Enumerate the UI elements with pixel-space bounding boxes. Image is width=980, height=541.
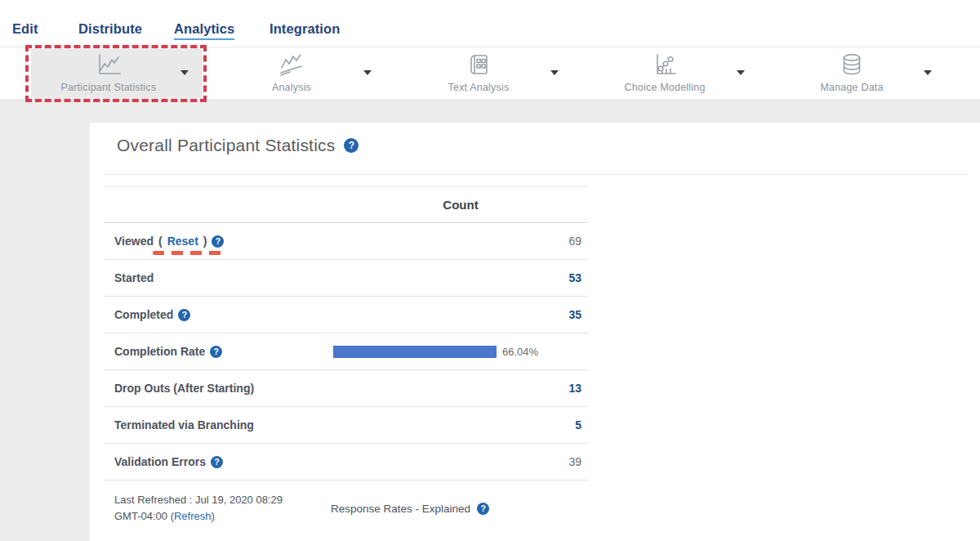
chevron-down-icon[interactable]	[737, 70, 745, 75]
response-rates-explained: Response Rates - Explained ?	[331, 492, 489, 525]
table-row-started: Started 53	[104, 260, 588, 297]
terminated-count: 5	[575, 418, 588, 431]
nav-integration[interactable]: Integration	[270, 21, 340, 37]
row-label: Started	[104, 271, 154, 284]
table-row-terminated: Terminated via Branching 5	[104, 407, 588, 444]
database-icon	[840, 52, 863, 79]
completion-rate-bar: 66.04%	[333, 346, 538, 358]
validation-errors-count: 39	[568, 455, 588, 468]
refresh-link[interactable]: Refresh	[174, 510, 212, 522]
help-icon[interactable]: ?	[477, 503, 489, 515]
scatter-chart-icon	[652, 52, 678, 79]
count-column-header: Count	[333, 187, 588, 223]
drop-outs-count: 13	[568, 382, 588, 395]
table-header-row: Count	[104, 186, 588, 223]
tool-text-analysis[interactable]: Text Analysis	[401, 48, 572, 99]
last-refreshed-line2-prefix: GMT-04:00 (	[114, 510, 174, 522]
chevron-down-icon[interactable]	[550, 70, 559, 75]
tool-label: Choice Modelling	[587, 82, 742, 93]
tool-label: Text Analysis	[401, 82, 556, 93]
nav-edit[interactable]: Edit	[12, 21, 38, 37]
completion-rate-label: Completion Rate	[114, 345, 205, 358]
analytics-toolbar: Participant Statistics Analysis	[0, 47, 980, 101]
chevron-down-icon[interactable]	[180, 70, 189, 75]
tool-choice-modelling[interactable]: Choice Modelling	[587, 48, 759, 99]
table-row-viewed: Viewed ( Reset ) ? 69	[104, 223, 588, 260]
annotation-red-dashed-underline	[153, 251, 225, 255]
table-row-completed: Completed ? 35	[104, 297, 588, 333]
help-icon[interactable]: ?	[210, 346, 222, 358]
row-label: Drop Outs (After Starting)	[104, 382, 254, 395]
completion-bar-fill	[333, 346, 497, 358]
completed-count: 35	[568, 308, 588, 321]
reset-link[interactable]: Reset	[167, 235, 198, 248]
nav-distribute[interactable]: Distribute	[78, 21, 142, 37]
title-help-icon[interactable]: ?	[344, 138, 359, 153]
paren-close: )	[203, 235, 207, 248]
completion-rate-value: 66.04%	[502, 346, 538, 358]
trend-chart-icon	[278, 52, 305, 79]
title-divider	[104, 174, 967, 175]
tool-label: Participant Statistics	[31, 82, 186, 93]
row-label: Terminated via Branching	[104, 418, 254, 431]
chevron-down-icon[interactable]	[363, 70, 372, 75]
help-icon[interactable]: ?	[211, 456, 223, 468]
last-refreshed-line1: Last Refreshed : Jul 19, 2020 08:29	[114, 494, 283, 506]
paren-open: (	[158, 235, 163, 248]
participant-statistics-table: Count Viewed ( Reset ) ? 69 Started 53 C…	[104, 186, 588, 525]
row-label: Viewed ( Reset ) ?	[104, 235, 224, 248]
top-navigation: Edit Distribute Analytics Integration	[0, 0, 980, 47]
line-chart-icon	[95, 52, 122, 79]
last-refreshed-text: Last Refreshed : Jul 19, 2020 08:29 GMT-…	[114, 492, 320, 525]
table-row-validation-errors: Validation Errors ? 39	[104, 444, 588, 481]
chevron-down-icon[interactable]	[924, 70, 932, 75]
tool-participant-statistics[interactable]: Participant Statistics	[31, 48, 203, 99]
tool-label: Analysis	[214, 82, 369, 93]
help-icon[interactable]: ?	[178, 309, 190, 321]
table-footer: Last Refreshed : Jul 19, 2020 08:29 GMT-…	[104, 481, 588, 525]
terminated-label: Terminated via Branching	[114, 418, 254, 431]
document-grid-icon	[466, 52, 491, 79]
page-title: Overall Participant Statistics	[117, 136, 335, 155]
help-icon[interactable]: ?	[212, 235, 224, 248]
nav-analytics[interactable]: Analytics	[174, 21, 234, 40]
page-title-row: Overall Participant Statistics ?	[117, 136, 359, 155]
tool-manage-data[interactable]: Manage Data	[774, 48, 946, 99]
statistics-card: Overall Participant Statistics ? Count V…	[90, 123, 980, 541]
row-label: Completion Rate ?	[104, 345, 222, 358]
drop-outs-label: Drop Outs (After Starting)	[114, 382, 254, 395]
started-label: Started	[114, 271, 154, 284]
table-row-completion-rate: Completion Rate ? 66.04%	[104, 333, 588, 370]
table-row-drop-outs: Drop Outs (After Starting) 13	[104, 370, 588, 407]
response-rates-label: Response Rates - Explained	[331, 503, 470, 515]
completed-label: Completed	[114, 308, 173, 321]
viewed-count: 69	[568, 235, 588, 248]
started-count: 53	[568, 271, 588, 284]
validation-errors-label: Validation Errors	[114, 455, 206, 468]
tool-analysis[interactable]: Analysis	[214, 48, 385, 99]
viewed-label: Viewed	[114, 235, 154, 248]
row-label: Validation Errors ?	[104, 455, 223, 468]
tool-label: Manage Data	[774, 82, 929, 93]
row-label: Completed ?	[104, 308, 190, 321]
last-refreshed-line2-suffix: )	[212, 510, 215, 522]
